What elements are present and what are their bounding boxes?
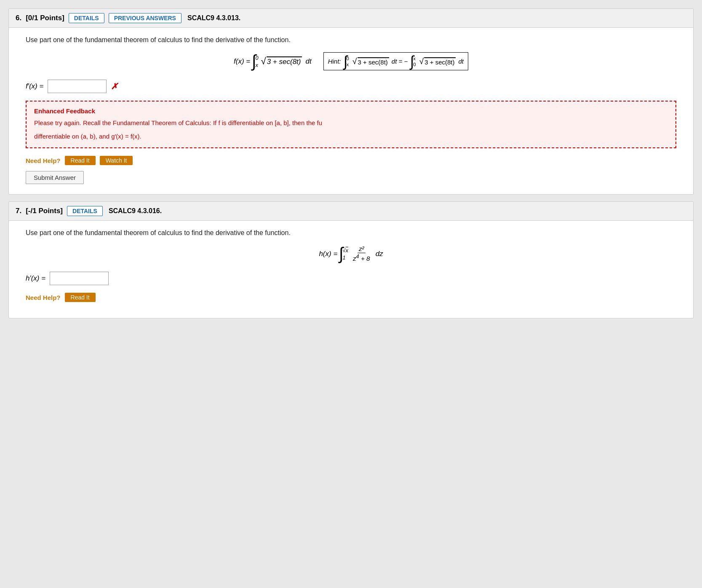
q6-math-display: f(x) = ∫ 0 x √ 3 + sec(8t) dt Hint: [26,52,676,70]
q6-need-help-label: Need Help? [26,157,61,164]
question-6: 6. [0/1 Points] DETAILS PREVIOUS ANSWERS… [8,8,694,195]
q7-frac: z² z4 + 8 [352,245,371,262]
q6-hint-integral2: ∫ x 0 [410,54,416,68]
q6-feedback-text2: differentiable on (a, b), and g′(x) = f(… [34,131,668,142]
q6-hint-integral1: ∫ 0 x [344,54,350,68]
q6-prev-answers-button[interactable]: PREVIOUS ANSWERS [109,13,182,23]
q7-limits: √x 1 [343,247,348,261]
q6-watch-it-button[interactable]: Watch It [100,156,133,165]
q7-derivative-label: h′(x) = [26,274,45,283]
q7-frac-den: z4 + 8 [352,253,371,262]
q6-integral-sym: ∫ [252,53,256,70]
question-7-header: 7. [-/1 Points] DETAILS SCALC9 4.3.016. [9,202,693,221]
q6-read-it-button[interactable]: Read It [65,156,96,165]
q6-need-help-row: Need Help? Read It Watch It [26,156,676,165]
q6-body: Use part one of the fundamental theorem … [9,28,693,194]
q6-points: [0/1 Points] [26,14,64,22]
q7-answer-input[interactable] [50,272,109,285]
q7-upper: √x [343,247,348,254]
q7-points: [-/1 Points] [26,207,63,215]
q6-func-label: f(x) = [234,57,250,66]
q6-derivative-label: f′(x) = [26,82,43,91]
q7-number: 7. [16,207,21,215]
q7-math-display: h(x) = ∫ √x 1 z² z4 + 8 dz [26,245,676,262]
q7-scalc: SCALC9 4.3.016. [109,207,162,215]
q6-feedback-text1: Please try again. Recall the Fundamental… [34,118,668,128]
q7-frac-num: z² [358,245,366,253]
q7-dz: dz [376,250,383,258]
q6-hint-box: Hint: ∫ 0 x √ 3 + sec(8t) dt = − ∫ x [323,52,468,70]
q6-func-expr: f(x) = ∫ 0 x √ 3 + sec(8t) dt [234,53,312,69]
q6-wrong-mark: ✗ [111,81,118,91]
q7-problem-text: Use part one of the fundamental theorem … [26,229,676,237]
question-6-header: 6. [0/1 Points] DETAILS PREVIOUS ANSWERS… [9,9,693,28]
q6-hint-label: Hint: [328,58,341,65]
q7-need-help-row: Need Help? Read It [26,293,676,302]
q7-func-label: h(x) = [319,250,337,258]
q6-submit-row: Submit Answer [26,171,676,184]
q6-sqrt-radical: √ [261,56,266,67]
q6-answer-row: f′(x) = ✗ [26,80,676,93]
q7-integral: ∫ √x 1 [339,246,349,262]
q6-integral: ∫ 0 x [252,53,259,69]
q6-sqrt-content: 3 + sec(8t) [267,56,302,66]
q7-integral-sym: ∫ [339,245,343,262]
q6-scalc: SCALC9 4.3.013. [187,14,240,22]
q6-submit-button[interactable]: Submit Answer [26,171,84,184]
q6-sqrt: √ 3 + sec(8t) [261,56,302,67]
q7-answer-row: h′(x) = [26,272,676,285]
q7-read-it-button[interactable]: Read It [65,293,96,302]
q6-feedback-box: Enhanced Feedback Please try again. Reca… [26,101,676,148]
q7-need-help-label: Need Help? [26,294,61,301]
q6-number: 6. [16,14,21,22]
question-7: 7. [-/1 Points] DETAILS SCALC9 4.3.016. … [8,201,694,318]
q7-details-button[interactable]: DETAILS [67,206,103,216]
q6-feedback-title: Enhanced Feedback [34,107,668,115]
q6-answer-input[interactable] [48,80,107,93]
q6-dt: dt [305,57,311,66]
q6-problem-text: Use part one of the fundamental theorem … [26,36,676,44]
q7-func-expr: h(x) = ∫ √x 1 z² z4 + 8 dz [319,245,383,262]
q6-details-button[interactable]: DETAILS [69,13,104,23]
q7-body: Use part one of the fundamental theorem … [9,221,693,318]
